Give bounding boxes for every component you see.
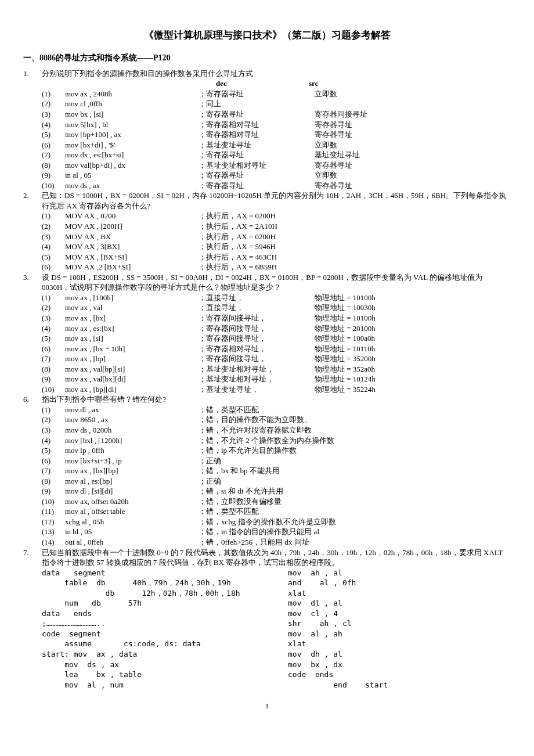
- table-row: (7)mov dx , es:[bx+si]；寄存器寻址基址变址寻址: [42, 150, 511, 160]
- cell: 寄存器寻址: [315, 129, 511, 140]
- cell: ；寄存器间接寻址，: [199, 333, 315, 344]
- cell: (5): [42, 252, 65, 262]
- cell: mov ax , [bx]: [65, 313, 199, 323]
- cell: ；寄存器间接寻址，: [199, 323, 315, 334]
- table-row: (6)mov [bx+si+3] , ip；正确: [42, 456, 511, 466]
- cell: mov ax , es:[bx]: [65, 323, 199, 334]
- qnum-1: 1.: [23, 69, 42, 79]
- table-row: (12)xchg al , 05h；错，xchg 指令的操作数不允许是立即数: [42, 517, 511, 527]
- cell: ；执行后，AX = 2A10H: [199, 221, 511, 232]
- cell: ；同上: [199, 99, 315, 109]
- cell: ；错，xchg 指令的操作数不允许是立即数: [199, 517, 511, 527]
- cell: 基址变址寻址: [315, 150, 511, 160]
- q1-prompt: 分别说明下列指令的源操作数和目的操作数各采用什么寻址方式: [42, 69, 511, 79]
- qnum-2: 2.: [23, 190, 42, 201]
- cell: ；错，bx 和 bp 不能共用: [199, 466, 511, 476]
- cell: (5): [42, 445, 65, 456]
- cell: mov [bx+di] , '$': [65, 140, 199, 150]
- cell: ；错，类型不匹配: [199, 405, 511, 415]
- cell: mov ax , [bx][bp]: [65, 466, 199, 476]
- table-row: (8)mov ax , val[bp][si]；基址变址相对寻址，物理地址 = …: [42, 364, 511, 375]
- cell: 寄存器寻址: [315, 160, 511, 171]
- cell: mov [bp+100] , ax: [65, 129, 199, 140]
- table-row: (3)MOV AX , BX；执行后，AX = 0200H: [42, 232, 511, 242]
- cell: 物理地址 = 20100h: [315, 323, 511, 334]
- cell: mov ax , val: [65, 303, 199, 313]
- cell: (6): [42, 262, 65, 272]
- table-row: (1)mov dl , ax；错，类型不匹配: [42, 405, 511, 415]
- table-row: (13)in bl , 05；错，in 指令的目的操作数只能用 al: [42, 527, 511, 537]
- cell: ；错，ip 不允许为目的操作数: [199, 445, 511, 456]
- cell: ；基址变址相对寻址: [199, 160, 315, 171]
- doc-title: 《微型计算机原理与接口技术》（第二版）习题参考解答: [23, 29, 511, 42]
- cell: mov cl ,0ffh: [65, 99, 199, 109]
- table-row: (4)mov 5[bx] , bl；寄存器相对寻址寄存器寻址: [42, 120, 511, 130]
- cell: mov ax , [100h]: [65, 293, 199, 303]
- hdr-src: src: [309, 78, 511, 89]
- cell: (8): [42, 160, 65, 171]
- cell: MOV AX , [BX+SI]: [65, 252, 199, 262]
- cell: ；正确: [199, 456, 511, 466]
- cell: ；错，不允许 2 个操作数全为内存操作数: [199, 435, 511, 446]
- cell: ；执行后，AX = 6B59H: [199, 262, 511, 272]
- cell: (5): [42, 333, 65, 344]
- cell: (8): [42, 364, 65, 375]
- cell: in al , 05: [65, 170, 199, 181]
- cell: ；基址变址相对寻址，: [199, 364, 315, 375]
- q7-code-right: mov ah , al and al , 0fh xlat mov dl , a…: [288, 568, 511, 690]
- table-row: (3)mov ax , [bx]；寄存器间接寻址，物理地址 = 10100h: [42, 313, 511, 323]
- q1-header: dec src: [42, 78, 511, 89]
- table-row: (6)mov [bx+di] , '$'；基址变址寻址立即数: [42, 140, 511, 150]
- cell: 物理地址 = 10124h: [315, 374, 511, 384]
- cell: (13): [42, 527, 65, 537]
- cell: 立即数: [315, 140, 511, 150]
- table-row: (1)mov ax , 2408h；寄存器寻址立即数: [42, 89, 511, 99]
- cell: mov dx , es:[bx+si]: [65, 150, 199, 160]
- page-number: 1: [23, 701, 511, 711]
- cell: (2): [42, 221, 65, 232]
- table-row: (2)mov 8650 , ax；错，目的操作数不能为立即数。: [42, 415, 511, 425]
- q3-prompt: 设 DS = 100H，ES200H，SS = 3500H，SI = 00A0H…: [42, 272, 511, 293]
- table-row: (8)mov al , es:[bp]；正确: [42, 476, 511, 487]
- cell: in bl , 05: [65, 527, 199, 537]
- table-row: (10)mov ds , ax；寄存器寻址寄存器寻址: [42, 181, 511, 191]
- cell: ；基址变址相对寻址，: [199, 374, 315, 384]
- cell: mov ax , [bx + 10h]: [65, 344, 199, 354]
- cell: 寄存器间接寻址: [315, 109, 511, 120]
- q2-prompt: 已知：DS = 1000H，BX = 0200H，SI = 02H，内存 102…: [42, 190, 511, 211]
- q6-prompt: 指出下列指令中哪些有错？错在何处?: [42, 394, 511, 405]
- cell: MOV AX , BX: [65, 232, 199, 242]
- cell: ；直接寻址，: [199, 293, 315, 303]
- table-row: (9)mov dl , [si][di]；错，si 和 di 不允许共用: [42, 486, 511, 496]
- table-row: (5)mov ip , 0ffh；错，ip 不允许为目的操作数: [42, 445, 511, 456]
- table-row: (3)mov bx , [si]；寄存器寻址寄存器间接寻址: [42, 109, 511, 120]
- question-6: 6. 指出下列指令中哪些有错？错在何处? (1)mov dl , ax；错，类型…: [23, 394, 511, 547]
- cell: mov ax , val[bp][si]: [65, 364, 199, 375]
- cell: (7): [42, 354, 65, 364]
- table-row: (14)out al , 0ffeh；错，0ffeh>256，只能用 dx 间址: [42, 537, 511, 548]
- cell: (6): [42, 344, 65, 354]
- cell: (4): [42, 323, 65, 334]
- table-row: (7)mov ax , [bx][bp]；错，bx 和 bp 不能共用: [42, 466, 511, 476]
- cell: (12): [42, 517, 65, 527]
- cell: mov ip , 0ffh: [65, 445, 199, 456]
- cell: 寄存器寻址: [315, 120, 511, 130]
- cell: ；错，in 指令的目的操作数只能用 al: [199, 527, 511, 537]
- cell: ；寄存器寻址: [199, 170, 315, 181]
- cell: ；错，类型不匹配: [199, 506, 511, 517]
- cell: ；错，目的操作数不能为立即数。: [199, 415, 511, 425]
- cell: ；基址变址寻址: [199, 140, 315, 150]
- cell: mov bx , [si]: [65, 109, 199, 120]
- cell: ；错，立即数没有偏移量: [199, 496, 511, 507]
- cell: ；寄存器相对寻址: [199, 129, 315, 140]
- cell: ；错，不允许对段寄存器赋立即数: [199, 425, 511, 435]
- cell: (2): [42, 415, 65, 425]
- cell: ；执行后，AX = 463CH: [199, 252, 511, 262]
- cell: xchg al , 05h: [65, 517, 199, 527]
- table-row: (1)mov ax , [100h]；直接寻址，物理地址 = 10100h: [42, 293, 511, 303]
- cell: (2): [42, 99, 65, 109]
- cell: 物理地址 = 100a0h: [315, 333, 511, 344]
- table-row: (1)MOV AX , 0200；执行后，AX = 0200H: [42, 211, 511, 221]
- table-row: (8)mov val[bp+di] , dx；基址变址相对寻址寄存器寻址: [42, 160, 511, 171]
- cell: [315, 99, 511, 109]
